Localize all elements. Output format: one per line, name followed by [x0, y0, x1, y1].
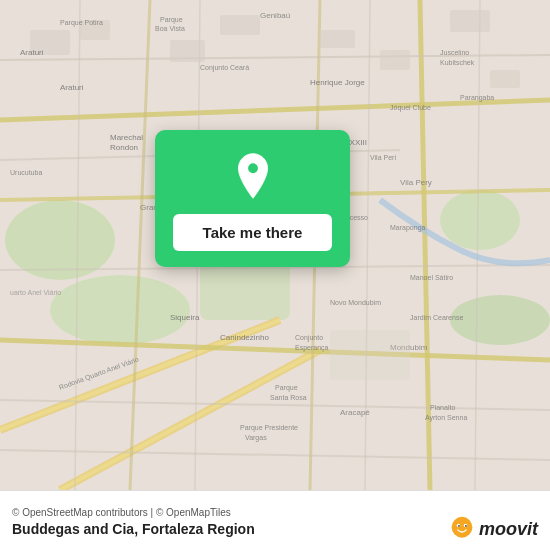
svg-point-72 — [247, 162, 259, 174]
svg-rect-28 — [220, 15, 260, 35]
svg-point-77 — [465, 525, 467, 527]
svg-text:Canindezinho: Canindezinho — [220, 333, 269, 342]
svg-text:Parangaba: Parangaba — [460, 94, 494, 102]
svg-text:Conjunto Ceará: Conjunto Ceará — [200, 64, 249, 72]
svg-point-1 — [5, 200, 115, 280]
svg-text:Esperança: Esperança — [295, 344, 329, 352]
svg-text:Santa Rosa: Santa Rosa — [270, 394, 307, 401]
svg-text:Conjunto: Conjunto — [295, 334, 323, 342]
svg-text:uarto Anel Viário: uarto Anel Viário — [10, 289, 61, 296]
svg-text:Araturi: Araturi — [20, 48, 44, 57]
svg-text:Rondon: Rondon — [110, 143, 138, 152]
svg-text:Urucutuba: Urucutuba — [10, 169, 42, 176]
moovit-brand-text: moovit — [479, 519, 538, 540]
svg-point-76 — [458, 525, 460, 527]
svg-text:Henrique Jorge: Henrique Jorge — [310, 78, 365, 87]
svg-text:Maraponga: Maraponga — [390, 224, 426, 232]
svg-text:Kubitschek: Kubitschek — [440, 59, 475, 66]
svg-text:Juscelino: Juscelino — [440, 49, 469, 56]
moovit-logo: moovit — [449, 516, 538, 542]
svg-text:Aracapé: Aracapé — [340, 408, 370, 417]
svg-text:Marechal: Marechal — [110, 133, 143, 142]
svg-text:Parque Presidente: Parque Presidente — [240, 424, 298, 432]
location-card: Take me there — [155, 130, 350, 267]
svg-text:Planalto: Planalto — [430, 404, 455, 411]
svg-rect-30 — [380, 50, 410, 70]
svg-text:Novo Mondubim: Novo Mondubim — [330, 299, 381, 306]
svg-point-2 — [50, 275, 190, 345]
svg-text:Manoel Sátiro: Manoel Sátiro — [410, 274, 453, 281]
svg-text:Vila Pery: Vila Pery — [400, 178, 432, 187]
svg-rect-32 — [490, 70, 520, 88]
moovit-brand-icon — [449, 516, 475, 542]
svg-text:Ayrton Senna: Ayrton Senna — [425, 414, 467, 422]
bottom-bar: © OpenStreetMap contributors | © OpenMap… — [0, 490, 550, 550]
svg-text:Araturi: Araturi — [60, 83, 84, 92]
location-pin-icon — [229, 152, 277, 200]
svg-rect-27 — [170, 40, 205, 62]
take-me-there-button[interactable]: Take me there — [173, 214, 332, 251]
svg-text:Vargas: Vargas — [245, 434, 267, 442]
svg-rect-71 — [330, 330, 410, 380]
svg-point-4 — [450, 295, 550, 345]
svg-point-3 — [440, 190, 520, 250]
svg-text:Siqueira: Siqueira — [170, 313, 200, 322]
svg-text:Vila Peri: Vila Peri — [370, 154, 396, 161]
svg-text:Jardim Cearense: Jardim Cearense — [410, 314, 463, 321]
svg-rect-31 — [450, 10, 490, 32]
svg-text:Jóquei Clube: Jóquei Clube — [390, 104, 431, 112]
svg-text:Parque: Parque — [160, 16, 183, 24]
svg-text:Boa Vista: Boa Vista — [155, 25, 185, 32]
svg-text:Parque: Parque — [275, 384, 298, 392]
map-container: Araturi Araturi Urucutuba Marechal Rondo… — [0, 0, 550, 490]
svg-text:Parque Potira: Parque Potira — [60, 19, 103, 27]
svg-rect-29 — [320, 30, 355, 48]
svg-text:Genibaú: Genibaú — [260, 11, 290, 20]
